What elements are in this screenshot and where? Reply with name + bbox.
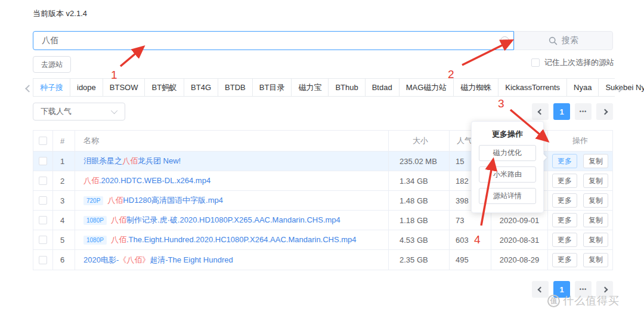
tab-磁力宝[interactable]: 磁力宝 [292,79,329,96]
torrent-date: 2020-08-29 [491,250,548,270]
go-source-button[interactable]: 去源站 [33,56,71,73]
more-button[interactable]: 更多 [552,253,577,267]
copy-button[interactable]: 复制 [583,154,608,168]
copy-button[interactable]: 复制 [583,253,608,267]
sort-dropdown[interactable]: 下载人气 [33,103,125,121]
chevron-left-icon [537,286,543,292]
chevron-right-icon [602,286,608,292]
torrent-size: 4.53 GB [389,230,450,249]
tab-BT目录[interactable]: BT目录 [253,79,292,96]
row-checkbox[interactable] [39,157,47,165]
tab-idope[interactable]: idope [70,79,103,96]
select-all-checkbox[interactable] [39,137,47,145]
tab-BT4G[interactable]: BT4G [184,79,218,96]
copy-button[interactable]: 复制 [583,193,608,208]
row-index: 2 [53,171,75,190]
row-checkbox[interactable] [39,196,47,205]
chevron-left-icon [537,109,543,115]
copy-button[interactable]: 复制 [583,233,608,247]
go-source-label: 去源站 [41,60,63,70]
more-button[interactable]: 更多 [552,193,577,208]
app-window: 当前版本 v2.1.4 搜索 去源站 记住上次选择的源站 种子搜idopeBTS… [0,0,644,315]
search-button-label: 搜索 [562,35,578,46]
search-icon [549,36,558,45]
torrent-popularity: 603 [450,230,491,249]
page-1-button[interactable]: 1 [553,103,570,120]
tabs-scroll-left-icon[interactable] [26,83,32,94]
row-index: 4 [53,211,75,230]
watermark: 值 什么值得买 [547,294,620,308]
popup-action-磁力优化[interactable]: 磁力优化 [479,145,536,161]
clear-icon[interactable] [500,36,509,45]
torrent-name-link[interactable]: 泪眼杀星之八佰龙兵团 New! [83,156,181,166]
torrent-size: 1.18 GB [389,211,450,230]
more-button[interactable]: 更多 [552,233,577,247]
resolution-badge: 1080P [83,236,107,245]
row-checkbox[interactable] [39,216,47,224]
tab-磁力蜘蛛[interactable]: 磁力蜘蛛 [454,79,499,96]
tab-BTSOW[interactable]: BTSOW [103,79,145,96]
popup-action-小米路由[interactable]: 小米路由 [479,166,536,183]
torrent-size: 235.02 MB [389,152,450,171]
torrent-size: 1.48 GB [389,191,450,210]
torrent-name-link[interactable]: 八佰制作记录.虎·破.2020.HD1080P.X265.AAC.Mandari… [111,215,340,226]
torrent-name-link[interactable]: 八佰.The.Eight.Hundred.2020.HC1080P.X264.A… [111,234,357,245]
page-next-button[interactable] [596,103,613,120]
pagination-top: 1••• [532,103,613,120]
resolution-badge: 720P [83,196,103,205]
more-button[interactable]: 更多 [552,174,577,188]
tab-BT蚂蚁[interactable]: BT蚂蚁 [145,79,184,96]
more-button[interactable]: 更多 [552,213,577,227]
torrent-name-link[interactable]: 八佰.2020.HDTC.WEB-DL.x264.mp4 [83,175,210,186]
torrent-name-link[interactable]: 八佰HD1280高清国语中字版.mp4 [107,195,223,206]
header-index: # [53,131,75,151]
header-size: 大小 [389,131,450,151]
remember-source-option: 记住上次选择的源站 [531,57,614,68]
tab-BTDB[interactable]: BTDB [218,79,253,96]
page-prev-button[interactable] [532,281,549,298]
torrent-date: 2020-09-01 [491,211,548,230]
tabs-scroll-right-icon[interactable] [617,83,622,94]
torrent-size: 1.34 GB [389,171,450,190]
table-row: 51080P八佰.The.Eight.Hundred.2020.HC1080P.… [33,230,612,250]
tab-种子搜[interactable]: 种子搜 [33,79,70,96]
tab-Btdad[interactable]: Btdad [366,79,400,96]
table-row: 62020电影-《八佰》超清-The Eight Hundred2.35 GB4… [33,250,612,270]
copy-button[interactable]: 复制 [583,174,608,188]
popup-pointer-arrow [543,154,547,161]
row-checkbox[interactable] [39,177,47,185]
row-index: 3 [53,191,75,210]
page-ellipsis-button[interactable]: ••• [575,103,592,120]
tab-BThub[interactable]: BThub [329,79,365,96]
page-prev-button[interactable] [532,103,549,120]
watermark-logo-icon: 值 [547,295,560,307]
torrent-date: 2020-08-31 [491,230,548,249]
torrent-popularity: 495 [450,250,491,270]
row-checkbox[interactable] [39,256,47,264]
resolution-badge: 1080P [83,216,107,225]
tab-Nyaa[interactable]: Nyaa [567,79,599,96]
annotation-label-3: 3 [498,97,504,110]
torrent-name-link[interactable]: 2020电影-《八佰》超清-The Eight Hundred [83,255,233,265]
watermark-text: 什么值得买 [563,294,620,308]
tab-KickassTorrents[interactable]: KickassTorrents [499,79,567,96]
torrent-size: 2.35 GB [389,250,450,270]
header-name: 名称 [75,131,389,151]
tab-MAG磁力站[interactable]: MAG磁力站 [400,79,454,96]
copy-button[interactable]: 复制 [583,213,608,227]
version-label: 当前版本 v2.1.4 [33,8,87,19]
search-input[interactable] [33,31,514,50]
row-checkbox[interactable] [39,236,47,244]
chevron-down-icon [111,107,117,114]
sort-dropdown-value: 下载人气 [41,106,72,117]
more-actions-popup-title: 更多操作 [479,128,536,140]
search-button[interactable]: 搜索 [514,31,613,50]
header-actions: 操作 [548,131,612,151]
more-button[interactable]: 更多 [552,154,577,168]
row-index: 6 [53,250,75,270]
chevron-right-icon [602,109,608,115]
remember-source-checkbox[interactable] [531,58,540,67]
table-row: 41080P八佰制作记录.虎·破.2020.HD1080P.X265.AAC.M… [33,211,612,230]
popup-action-源站详情[interactable]: 源站详情 [479,188,536,204]
row-index: 1 [53,152,75,171]
